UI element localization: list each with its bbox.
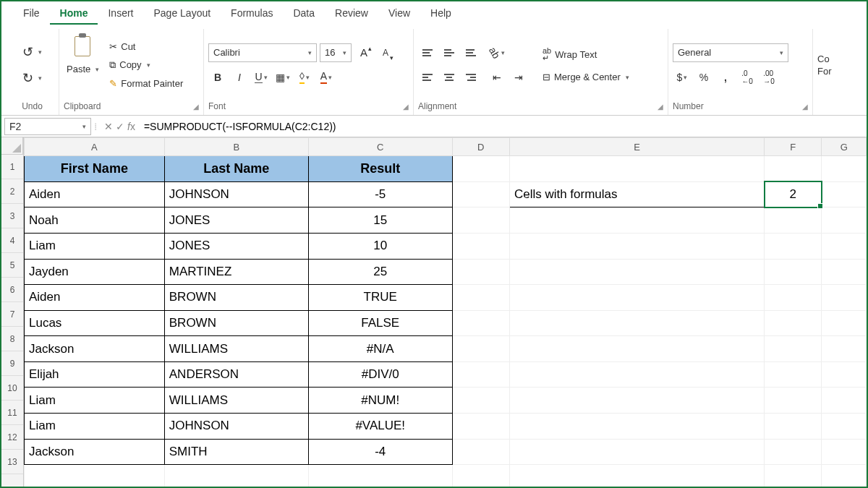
row-header[interactable]: 6	[1, 278, 23, 302]
cell[interactable]	[25, 465, 165, 488]
cell[interactable]	[765, 156, 822, 182]
tab-home[interactable]: Home	[50, 4, 98, 25]
cell[interactable]	[822, 388, 867, 414]
cell[interactable]: -5	[308, 181, 452, 207]
cell[interactable]	[509, 310, 764, 336]
col-header[interactable]: E	[509, 138, 764, 156]
cell[interactable]: -4	[308, 439, 452, 465]
increase-font-icon[interactable]: A▴	[354, 43, 373, 62]
cell[interactable]	[164, 465, 308, 488]
merge-center-button[interactable]: ⊟ Merge & Center ▾	[538, 69, 634, 85]
cell[interactable]	[765, 207, 822, 234]
row-header[interactable]: 2	[1, 179, 23, 204]
bold-button[interactable]: B	[208, 68, 227, 87]
row-header[interactable]: 7	[1, 302, 23, 327]
cell[interactable]	[822, 233, 867, 259]
cell[interactable]: JOHNSON	[164, 414, 308, 440]
align-right-button[interactable]	[461, 68, 480, 87]
clipboard-dialog-icon[interactable]: ◢	[193, 103, 199, 111]
cell[interactable]: BROWN	[164, 285, 308, 311]
cell[interactable]: Jackson	[25, 439, 165, 465]
cell[interactable]	[452, 156, 509, 182]
col-header[interactable]: F	[765, 138, 822, 156]
comma-format-button[interactable]: ,	[716, 68, 735, 87]
italic-button[interactable]: I	[230, 68, 249, 87]
font-family-select[interactable]: Calibri▾	[208, 43, 317, 62]
row-header[interactable]: 5	[1, 253, 23, 278]
cell[interactable]	[822, 465, 867, 488]
cell[interactable]	[452, 181, 509, 207]
cell[interactable]: 15	[308, 207, 452, 234]
cell[interactable]: Aiden	[25, 285, 165, 311]
cell[interactable]: TRUE	[308, 285, 452, 311]
cell[interactable]	[509, 207, 764, 234]
cell[interactable]	[822, 336, 867, 362]
cell[interactable]	[765, 285, 822, 311]
cell[interactable]: Noah	[25, 207, 165, 234]
cell[interactable]	[452, 361, 509, 388]
cell[interactable]	[765, 310, 822, 336]
cell[interactable]: JONES	[164, 207, 308, 234]
col-header[interactable]: B	[164, 138, 308, 156]
font-size-select[interactable]: 16▾	[320, 43, 352, 62]
accounting-format-button[interactable]: $▾	[673, 68, 692, 87]
cell[interactable]: WILLIAMS	[164, 388, 308, 414]
col-header[interactable]: D	[452, 138, 509, 156]
cell[interactable]: Elijah	[25, 361, 165, 388]
format-table-partial[interactable]: For	[817, 66, 832, 77]
cell[interactable]: #DIV/0	[308, 361, 452, 388]
cell[interactable]: Last Name	[164, 156, 308, 182]
selected-cell[interactable]: 2	[765, 181, 822, 207]
cell[interactable]	[822, 156, 867, 182]
cell[interactable]	[765, 336, 822, 362]
cell[interactable]	[822, 310, 867, 336]
cell[interactable]	[822, 439, 867, 465]
cell[interactable]	[765, 414, 822, 440]
decrease-decimal-button[interactable]: .00→0	[760, 68, 778, 87]
cell[interactable]: Jackson	[25, 336, 165, 362]
cell[interactable]: FALSE	[308, 310, 452, 336]
cell[interactable]	[452, 285, 509, 311]
number-format-select[interactable]: General▾	[673, 43, 788, 62]
cell[interactable]	[452, 207, 509, 234]
cell[interactable]	[822, 414, 867, 440]
cell[interactable]: #NUM!	[308, 388, 452, 414]
align-left-button[interactable]	[418, 68, 437, 87]
cell[interactable]: SMITH	[164, 439, 308, 465]
cell[interactable]	[765, 465, 822, 488]
cell[interactable]: ANDERSON	[164, 361, 308, 388]
align-center-button[interactable]	[440, 68, 459, 87]
cell[interactable]: Liam	[25, 388, 165, 414]
col-header[interactable]: A	[25, 138, 165, 156]
cell[interactable]	[452, 439, 509, 465]
font-color-button[interactable]: A▾	[317, 68, 336, 87]
cell[interactable]	[509, 259, 764, 285]
percent-format-button[interactable]: %	[694, 68, 713, 87]
name-box[interactable]: F2 ▾	[4, 118, 91, 135]
cell[interactable]: 25	[308, 259, 452, 285]
increase-decimal-button[interactable]: .0←0	[738, 68, 757, 87]
cancel-formula-icon[interactable]: ✕	[104, 121, 113, 132]
number-dialog-icon[interactable]: ◢	[802, 103, 808, 111]
redo-button[interactable]: ↻ ▾	[18, 68, 46, 88]
cell[interactable]: #VALUE!	[308, 414, 452, 440]
align-bottom-button[interactable]	[461, 43, 480, 62]
tab-formulas[interactable]: Formulas	[221, 4, 283, 25]
cell[interactable]	[452, 414, 509, 440]
cell[interactable]	[509, 336, 764, 362]
fill-color-button[interactable]: ◊▾	[295, 68, 314, 87]
cell[interactable]	[822, 361, 867, 388]
format-painter-button[interactable]: ✎ Format Painter	[105, 76, 187, 91]
row-header[interactable]: 12	[1, 425, 23, 450]
tab-view[interactable]: View	[378, 4, 420, 25]
cell[interactable]	[765, 259, 822, 285]
borders-button[interactable]: ▦▾	[273, 68, 292, 87]
cell[interactable]	[452, 388, 509, 414]
align-top-button[interactable]	[418, 43, 437, 62]
tab-file[interactable]: File	[13, 4, 50, 25]
decrease-font-icon[interactable]: A▾	[376, 43, 395, 62]
cell[interactable]	[765, 361, 822, 388]
tab-page-layout[interactable]: Page Layout	[143, 4, 221, 25]
formula-input[interactable]	[140, 118, 867, 135]
cell[interactable]: JOHNSON	[164, 181, 308, 207]
